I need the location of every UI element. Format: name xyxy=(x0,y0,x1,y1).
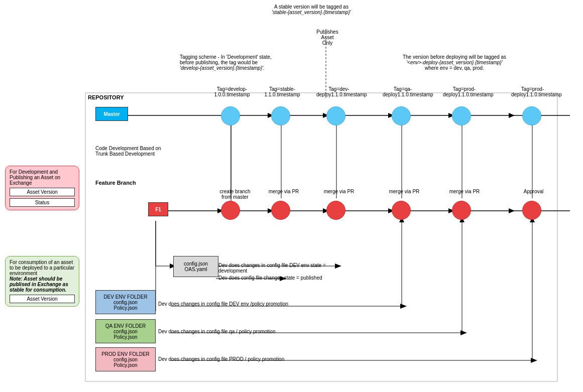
legend-dev-status: Status xyxy=(10,198,75,207)
legend-consume-title: For consumption of an asset to be deploy… xyxy=(10,259,75,293)
master-circle-4 xyxy=(392,106,411,125)
master-box: Master xyxy=(95,107,128,121)
tag-col3: Tag=dev-deploy1.1.0.timestamp xyxy=(316,86,362,97)
prod-policy-note: Dev does changes in config file PROD / p… xyxy=(158,356,299,362)
svg-rect-0 xyxy=(85,93,557,381)
svg-marker-15 xyxy=(509,208,515,213)
master-circle-1 xyxy=(221,106,240,125)
dev-env-folder: DEV ENV FOLDERconfig.jsonPolicy.json xyxy=(95,290,156,314)
dev-policy-note: Dev does changes in config file DEV env … xyxy=(158,301,299,307)
merge1-label: merge via PR xyxy=(264,189,304,194)
code-dev-text: Code Development Based on Trunk Based De… xyxy=(95,146,168,157)
feature-circle-3 xyxy=(326,201,345,220)
state-published-note: Dev does config file changes state = pub… xyxy=(218,275,329,281)
tagging-scheme-note: Tagging scheme - In 'Development' state,… xyxy=(180,54,278,71)
legend-dev-title: For Development and Publishing an Asset … xyxy=(10,169,75,186)
prod-env-folder: PROD ENV FOLDERconfig.jsonPolicy.json xyxy=(95,347,156,371)
feature-circle-6 xyxy=(522,201,541,220)
svg-marker-41 xyxy=(460,330,467,335)
approval-label: Approval xyxy=(517,189,550,194)
config-oas-box: config.jsonOAS.yaml xyxy=(173,256,218,277)
tag-col2: Tag=stable-1.1.0.timestamp xyxy=(262,86,302,97)
feature-branch-label: Feature Branch xyxy=(95,180,136,186)
deploy-tag-note: The version before deploying will be tag… xyxy=(397,54,512,71)
master-circle-2 xyxy=(271,106,290,125)
master-circle-5 xyxy=(452,106,471,125)
qa-policy-note: Dev does changes in config file qa / pol… xyxy=(158,329,299,334)
legend-consume-box: For consumption of an asset to be deploy… xyxy=(5,256,79,307)
feature-circle-4 xyxy=(392,201,411,220)
feature-circle-2 xyxy=(271,201,290,220)
master-circle-6 xyxy=(522,106,541,125)
legend-dev-asset-version: Asset Version xyxy=(10,188,75,196)
create-branch-label: create branch from master xyxy=(215,189,255,200)
legend-dev-box: For Development and Publishing an Asset … xyxy=(5,166,79,210)
f1-box: F1 xyxy=(148,202,168,216)
repository-label: REPOSITORY xyxy=(88,94,124,100)
tag-col6: Tag=prod-deploy1.1.0.timestamp xyxy=(511,86,554,97)
diagram: A stable version will be tagged as 'stab… xyxy=(0,0,583,392)
legend-consume-asset-version: Asset Version xyxy=(10,295,75,303)
tag-col1: Tag=develop-1.0.0.timestamp xyxy=(212,86,252,97)
merge2-label: merge via PR xyxy=(319,189,359,194)
svg-marker-43 xyxy=(531,358,537,363)
master-circle-3 xyxy=(326,106,345,125)
merge3-label: merge via PR xyxy=(384,189,424,194)
tag-col4: Tag=qa-deploy1.1.0.timestamp xyxy=(383,86,423,97)
tag-col5: Tag=prod-deploy1.1.0.timestamp xyxy=(443,86,486,97)
stable-tag-note: A stable version will be tagged as 'stab… xyxy=(266,4,357,15)
feature-circle-5 xyxy=(452,201,471,220)
qa-env-folder: QA ENV FOLDERconfig.jsonPolicy.json xyxy=(95,319,156,343)
merge4-label: merge via PR xyxy=(444,189,485,194)
dev-env-state-note: Dev does changes in config file DEV env … xyxy=(218,263,344,274)
svg-marker-39 xyxy=(400,304,407,309)
svg-marker-9 xyxy=(509,113,515,118)
publishes-note: Publishes Asset Only xyxy=(312,29,342,46)
feature-circle-1 xyxy=(221,201,240,220)
